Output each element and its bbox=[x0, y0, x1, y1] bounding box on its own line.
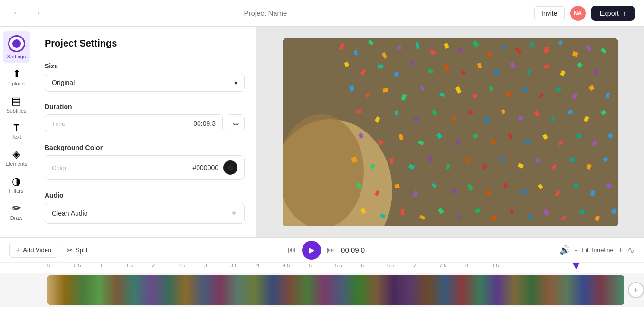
fit-timeline-label: Fit Timeline bbox=[582, 246, 613, 254]
duration-row: Time 00:09.3 ⇔ bbox=[45, 114, 245, 132]
ruler-mark-65: 6.5 bbox=[387, 263, 394, 268]
sidebar-item-filters[interactable]: ◑ Filters bbox=[3, 172, 30, 198]
waveform-button[interactable]: ∿ bbox=[627, 245, 635, 255]
export-button[interactable]: Export ↑ bbox=[591, 6, 635, 21]
size-section: Size Original ▾ bbox=[45, 62, 245, 92]
audio-label: Audio bbox=[45, 191, 245, 199]
ruler-mark-35: 3.5 bbox=[230, 263, 237, 268]
skip-forward-button[interactable]: ⏭ bbox=[327, 245, 335, 255]
duration-field: Time 00:09.3 bbox=[45, 114, 223, 132]
settings-panel: Project Settings Size Original ▾ Duratio… bbox=[33, 27, 256, 237]
zoom-in-button[interactable]: + bbox=[618, 246, 623, 254]
invite-button[interactable]: Invite bbox=[534, 6, 564, 20]
svg-rect-50 bbox=[556, 87, 561, 92]
upload-icon: ⬆ bbox=[12, 69, 21, 79]
size-select[interactable]: Original ▾ bbox=[45, 74, 245, 92]
svg-rect-126 bbox=[579, 209, 585, 214]
settings-ring-inner bbox=[11, 38, 22, 49]
panel-title: Project Settings bbox=[45, 38, 245, 49]
color-picker-button[interactable]: ⚙ bbox=[223, 160, 237, 175]
topbar-right: Invite NA Export ↑ bbox=[534, 6, 635, 21]
size-label: Size bbox=[45, 62, 245, 70]
add-icon: + bbox=[16, 246, 20, 254]
redo-button[interactable]: → bbox=[29, 5, 44, 21]
split-button[interactable]: ✂ Split bbox=[61, 244, 93, 257]
filters-icon: ◑ bbox=[12, 176, 21, 187]
ruler-mark-55: 5.5 bbox=[335, 263, 342, 268]
size-value: Original bbox=[52, 79, 75, 86]
controls-right: 🔊 - Fit Timeline + ∿ bbox=[559, 245, 635, 255]
topbar-center bbox=[44, 9, 534, 17]
svg-rect-81 bbox=[576, 133, 581, 139]
ruler-container: 0 0.5 1 1.5 2 2.5 3 3.5 4 4.5 5 5.5 6 6.… bbox=[47, 263, 644, 273]
audio-section: Audio Clean Audio ✦ bbox=[45, 191, 245, 224]
playhead-triangle bbox=[572, 263, 580, 269]
svg-rect-111 bbox=[573, 183, 578, 188]
ruler-mark-85: 8.5 bbox=[492, 263, 499, 268]
bottom-bar: + Add Video ✂ Split ⏮ ▶ ⏭ 00:09:0 🔊 - Fi… bbox=[0, 237, 644, 311]
svg-rect-96 bbox=[570, 157, 575, 162]
sidebar-item-label-settings: Settings bbox=[7, 54, 26, 59]
ruler-mark-25: 2.5 bbox=[178, 263, 185, 268]
project-name-input[interactable] bbox=[244, 9, 334, 17]
sidebar-item-draw[interactable]: ✏ Draw bbox=[3, 199, 30, 225]
duration-section: Duration Time 00:09.3 ⇔ bbox=[45, 103, 245, 132]
sidebar-item-elements[interactable]: ◈ Elements bbox=[3, 145, 30, 170]
sidebar-item-label-upload: Upload bbox=[8, 81, 25, 86]
ruler-mark-1: 1 bbox=[100, 263, 103, 268]
sidebar-item-label-filters: Filters bbox=[9, 188, 24, 194]
export-label: Export bbox=[600, 9, 619, 17]
skip-back-button[interactable]: ⏮ bbox=[288, 245, 296, 255]
sidebar-item-upload[interactable]: ⬆ Upload bbox=[3, 65, 30, 90]
export-upload-icon: ↑ bbox=[623, 9, 626, 17]
elements-icon: ◈ bbox=[12, 149, 20, 160]
audio-star-icon: ✦ bbox=[230, 208, 237, 218]
timeline-ruler: 0 0.5 1 1.5 2 2.5 3 3.5 4 4.5 5 5.5 6 6.… bbox=[0, 263, 644, 273]
undo-button[interactable]: ← bbox=[9, 5, 24, 21]
svg-rect-24 bbox=[378, 64, 383, 69]
svg-rect-101 bbox=[394, 184, 399, 188]
zoom-out-button[interactable]: - bbox=[575, 246, 577, 254]
time-display: 00:09:0 bbox=[341, 246, 365, 254]
split-label: Split bbox=[76, 246, 87, 254]
volume-button[interactable]: 🔊 bbox=[559, 245, 570, 255]
sidebar-item-text[interactable]: T Text bbox=[3, 119, 30, 143]
settings-ring-icon bbox=[8, 35, 25, 52]
play-button[interactable]: ▶ bbox=[302, 241, 321, 260]
ruler-mark-75: 7.5 bbox=[439, 263, 446, 268]
duration-field-value: 00:09.3 bbox=[193, 120, 216, 127]
background-color-section: Background Color Color #000000 ⚙ bbox=[45, 144, 245, 180]
sidebar-item-subtitles[interactable]: ▤ Subtitles bbox=[3, 92, 30, 117]
svg-rect-66 bbox=[568, 110, 573, 114]
ruler-mark-2: 2 bbox=[152, 263, 155, 268]
ruler-mark-6: 6 bbox=[361, 263, 364, 268]
color-field-label: Color bbox=[52, 164, 66, 171]
ruler-mark-4: 4 bbox=[256, 263, 259, 268]
timeline-add-button[interactable]: + bbox=[628, 282, 644, 298]
controls-center: ⏮ ▶ ⏭ 00:09:0 bbox=[288, 241, 365, 260]
filmstrip-bg bbox=[47, 275, 624, 305]
color-hex-value: #000000 bbox=[192, 164, 218, 171]
draw-icon: ✏ bbox=[12, 203, 21, 214]
main-area: Settings ⬆ Upload ▤ Subtitles T Text ◈ E… bbox=[0, 27, 644, 237]
avatar: NA bbox=[570, 6, 586, 21]
audio-box: Clean Audio ✦ bbox=[45, 203, 245, 224]
play-icon: ▶ bbox=[309, 245, 314, 254]
ruler-mark-45: 4.5 bbox=[283, 263, 290, 268]
sidebar-item-label-draw: Draw bbox=[10, 215, 23, 221]
ruler-mark-0: 0 bbox=[47, 263, 50, 268]
ruler-mark-05: 0.5 bbox=[74, 263, 81, 268]
filmstrip[interactable] bbox=[47, 275, 624, 305]
sidebar-item-label-subtitles: Subtitles bbox=[6, 108, 26, 113]
timeline-track: + bbox=[0, 273, 644, 307]
ruler-mark-3: 3 bbox=[204, 263, 207, 268]
add-video-label: Add Video bbox=[23, 246, 51, 254]
sidebar-item-label-text: Text bbox=[11, 134, 21, 140]
topbar-left: ← → bbox=[9, 5, 44, 21]
swap-button[interactable]: ⇔ bbox=[227, 114, 245, 132]
controls-left: + Add Video ✂ Split bbox=[9, 243, 93, 258]
ruler-mark-8: 8 bbox=[465, 263, 468, 268]
sidebar-item-settings[interactable]: Settings bbox=[3, 31, 30, 63]
preview-area bbox=[256, 27, 644, 237]
add-video-button[interactable]: + Add Video bbox=[9, 243, 57, 258]
